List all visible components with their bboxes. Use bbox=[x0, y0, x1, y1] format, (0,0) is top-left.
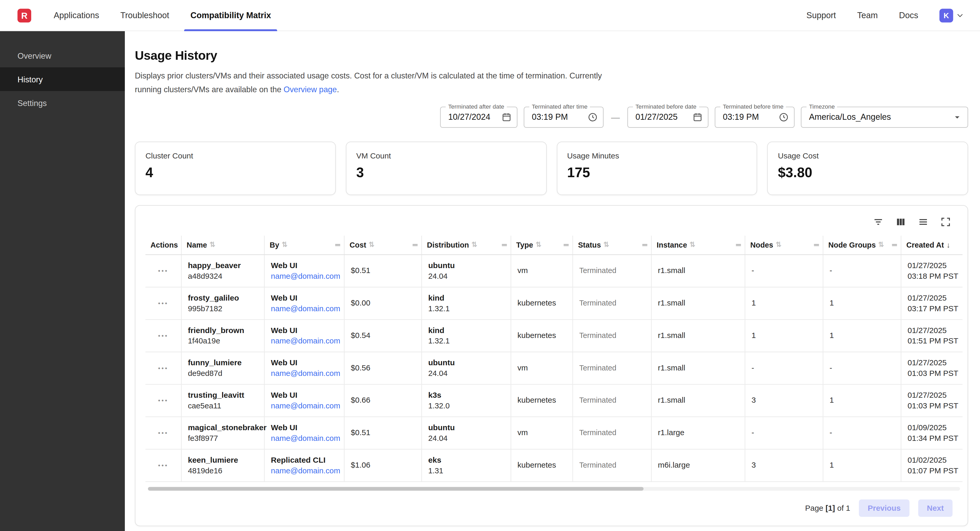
stat-card: Usage Cost $3.80 bbox=[767, 141, 968, 195]
table-row: ••• keen_lumiere 4819de16 Replicated CLI… bbox=[145, 449, 963, 482]
row-actions-button[interactable]: ••• bbox=[158, 332, 169, 339]
table-column-header[interactable]: Status ⇅ bbox=[573, 235, 652, 254]
created-by-email-link[interactable]: name@domain.com bbox=[271, 271, 339, 280]
sort-icon[interactable]: ⇅ bbox=[878, 241, 884, 248]
sort-icon[interactable]: ⇅ bbox=[369, 241, 374, 248]
table-column-header[interactable]: By ⇅ bbox=[265, 235, 345, 254]
next-page-button[interactable]: Next bbox=[918, 499, 953, 517]
status-badge: Terminated bbox=[579, 363, 646, 372]
table-column-header[interactable]: Cost ⇅ bbox=[345, 235, 422, 254]
created-by-email-link[interactable]: name@domain.com bbox=[271, 401, 339, 410]
sidebar-item-settings[interactable]: Settings bbox=[0, 91, 125, 114]
table-column-header[interactable]: Actions bbox=[145, 235, 181, 254]
cost-value: $0.56 bbox=[351, 363, 417, 372]
overview-page-link[interactable]: Overview page bbox=[283, 85, 337, 94]
column-menu-icon[interactable] bbox=[412, 241, 419, 249]
status-badge: Terminated bbox=[579, 396, 646, 405]
nav-link-team[interactable]: Team bbox=[857, 11, 878, 20]
sort-icon[interactable]: ⇅ bbox=[776, 241, 781, 248]
column-menu-icon[interactable] bbox=[562, 241, 570, 249]
created-by-email-link[interactable]: name@domain.com bbox=[271, 369, 339, 378]
table-column-header[interactable]: Created At ↓ bbox=[902, 235, 964, 254]
replicated-logo[interactable]: R bbox=[18, 8, 31, 22]
created-by-email-link[interactable]: name@domain.com bbox=[271, 434, 339, 442]
calendar-icon[interactable] bbox=[692, 112, 703, 122]
table-column-header[interactable]: Name ⇅ bbox=[181, 235, 264, 254]
type-value: vm bbox=[517, 428, 568, 437]
row-actions-button[interactable]: ••• bbox=[158, 300, 169, 306]
column-menu-icon[interactable] bbox=[891, 241, 898, 249]
sidebar-item-history[interactable]: History bbox=[0, 67, 125, 91]
instance-value: r1.small bbox=[658, 266, 740, 275]
column-label: By bbox=[270, 240, 279, 249]
dropdown-caret-icon[interactable] bbox=[952, 112, 963, 122]
timezone-label: Timezone bbox=[807, 103, 837, 109]
node-groups-value: - bbox=[830, 428, 896, 437]
nav-item-applications[interactable]: Applications bbox=[54, 0, 99, 31]
calendar-icon[interactable] bbox=[501, 112, 512, 122]
column-menu-icon[interactable] bbox=[813, 241, 820, 249]
row-actions-button[interactable]: ••• bbox=[158, 267, 169, 274]
fullscreen-icon[interactable] bbox=[940, 216, 951, 227]
terminated-after-time-label: Terminated after time bbox=[529, 103, 590, 109]
clock-icon[interactable] bbox=[587, 112, 598, 122]
filter-icon[interactable] bbox=[873, 216, 884, 227]
terminated-after-date-input[interactable]: Terminated after date 10/27/2024 bbox=[440, 106, 517, 128]
stat-value: 4 bbox=[145, 164, 325, 180]
timezone-select[interactable]: Timezone America/Los_Angeles bbox=[801, 106, 968, 128]
chevron-down-icon bbox=[956, 11, 964, 20]
cell-type: vm bbox=[511, 417, 573, 449]
clock-icon[interactable] bbox=[778, 112, 789, 122]
terminated-after-time-input[interactable]: Terminated after time 03:19 PM bbox=[524, 106, 604, 128]
sort-icon[interactable]: ↓ bbox=[947, 241, 950, 249]
row-actions-button[interactable]: ••• bbox=[158, 365, 169, 371]
terminated-before-time-input[interactable]: Terminated before time 03:19 PM bbox=[715, 106, 795, 128]
sort-icon[interactable]: ⇅ bbox=[282, 241, 287, 248]
terminated-before-time-label: Terminated before time bbox=[721, 103, 786, 109]
column-label: Type bbox=[516, 240, 533, 249]
nav-link-docs[interactable]: Docs bbox=[899, 11, 918, 20]
account-menu[interactable]: K bbox=[939, 8, 964, 22]
row-actions-button[interactable]: ••• bbox=[158, 429, 169, 436]
sort-icon[interactable]: ⇅ bbox=[210, 241, 215, 248]
density-icon[interactable] bbox=[918, 216, 929, 227]
table-column-header[interactable]: Node Groups ⇅ bbox=[823, 235, 902, 254]
nav-link-support[interactable]: Support bbox=[807, 11, 836, 20]
screen: R Applications Troubleshoot Compatibilit… bbox=[0, 0, 980, 531]
terminated-before-date-value: 01/27/2025 bbox=[635, 112, 678, 122]
table-column-header[interactable]: Type ⇅ bbox=[511, 235, 573, 254]
sort-icon[interactable]: ⇅ bbox=[603, 241, 609, 248]
row-actions-button[interactable]: ••• bbox=[158, 397, 169, 404]
cell-status: Terminated bbox=[573, 320, 652, 351]
sort-icon[interactable]: ⇅ bbox=[471, 241, 477, 248]
sort-icon[interactable]: ⇅ bbox=[536, 241, 541, 248]
column-menu-icon[interactable] bbox=[501, 241, 508, 249]
cell-distribution: kind 1.32.1 bbox=[422, 320, 511, 351]
cell-type: kubernetes bbox=[511, 385, 573, 416]
nav-item-compatibility-matrix[interactable]: Compatibility Matrix bbox=[190, 0, 271, 31]
created-by-email-link[interactable]: name@domain.com bbox=[271, 336, 339, 345]
table-column-header[interactable]: Instance ⇅ bbox=[652, 235, 745, 254]
column-menu-icon[interactable] bbox=[735, 241, 742, 249]
cell-created-at: 01/27/2025 03:18 PM PST bbox=[902, 255, 964, 286]
cell-type: kubernetes bbox=[511, 449, 573, 481]
cell-instance: m6i.large bbox=[652, 449, 745, 481]
column-menu-icon[interactable] bbox=[334, 241, 342, 249]
previous-page-button[interactable]: Previous bbox=[859, 499, 910, 517]
distribution-name: kind bbox=[428, 293, 506, 302]
user-avatar[interactable]: K bbox=[939, 8, 953, 22]
horizontal-scrollbar-thumb[interactable] bbox=[148, 487, 643, 490]
created-by-email-link[interactable]: name@domain.com bbox=[271, 304, 339, 313]
table-column-header[interactable]: Nodes ⇅ bbox=[745, 235, 823, 254]
created-by-email-link[interactable]: name@domain.com bbox=[271, 466, 339, 475]
cell-instance: r1.small bbox=[652, 255, 745, 286]
table-column-header[interactable]: Distribution ⇅ bbox=[422, 235, 511, 254]
terminated-before-date-input[interactable]: Terminated before date 01/27/2025 bbox=[627, 106, 708, 128]
sort-icon[interactable]: ⇅ bbox=[689, 241, 695, 248]
terminated-after-date-value: 10/27/2024 bbox=[448, 112, 490, 122]
columns-icon[interactable] bbox=[895, 216, 907, 227]
sidebar-item-overview[interactable]: Overview bbox=[0, 44, 125, 67]
row-actions-button[interactable]: ••• bbox=[158, 462, 169, 468]
nav-item-troubleshoot[interactable]: Troubleshoot bbox=[121, 0, 169, 31]
column-menu-icon[interactable] bbox=[641, 241, 649, 249]
